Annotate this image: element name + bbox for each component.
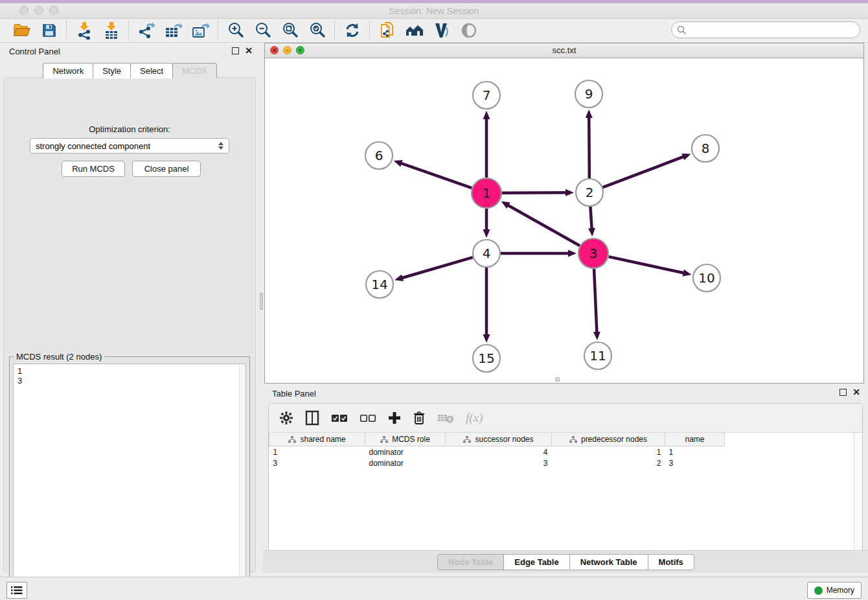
node-label-4: 4 (483, 246, 491, 261)
network-window-titlebar[interactable]: ✕ − + scc.txt (265, 43, 863, 58)
import-network-icon[interactable] (74, 21, 95, 40)
import-table-icon[interactable] (101, 21, 122, 40)
status-bar: Memory (0, 577, 868, 600)
float-table-panel-icon[interactable] (839, 389, 847, 396)
delete-icon[interactable] (413, 411, 426, 425)
panel-splitter-handle[interactable] (260, 293, 263, 310)
tab-network[interactable]: Network (43, 63, 93, 78)
refresh-icon[interactable] (342, 21, 363, 40)
edge-1-6[interactable] (400, 163, 472, 189)
close-panel-button[interactable]: Close panel (132, 161, 201, 177)
edge-arrowhead (683, 270, 692, 277)
edge-1-2[interactable] (502, 192, 567, 193)
sort-icon (569, 436, 577, 443)
tab-select[interactable]: Select (130, 63, 173, 78)
optimization-criterion-select[interactable]: strongly connected component (30, 138, 229, 154)
node-label-7: 7 (483, 87, 491, 103)
duplicate-network-icon[interactable] (377, 21, 398, 40)
table-cell[interactable]: dominator (365, 457, 446, 468)
add-icon[interactable] (388, 411, 401, 424)
tab-motifs[interactable]: Motifs (648, 554, 694, 570)
mcds-result-text[interactable]: 1 3 (13, 363, 246, 600)
vizmapper-icon[interactable] (431, 21, 452, 40)
optimization-criterion-label: Optimization criterion: (4, 124, 255, 134)
gear-icon[interactable] (279, 411, 293, 425)
table-cell[interactable]: 4 (446, 446, 552, 458)
edge-4-14[interactable] (402, 257, 473, 278)
export-network-icon[interactable] (136, 21, 157, 40)
column-header-MCDS-role[interactable]: MCDS role (365, 433, 446, 446)
node-label-15: 15 (478, 351, 494, 366)
edge-3-10[interactable] (608, 257, 684, 273)
edge-2-3[interactable] (590, 207, 591, 229)
titlebar: Session: New Session (0, 3, 868, 19)
close-table-panel-icon[interactable]: ✕ (852, 389, 860, 396)
table-cell[interactable]: 1 (665, 446, 725, 458)
search-field[interactable] (671, 21, 860, 38)
column-header-predecessor-nodes[interactable]: predecessor nodes (552, 433, 665, 446)
show-graphics-icon[interactable] (459, 21, 479, 40)
delete-table-icon[interactable] (437, 412, 454, 424)
close-panel-icon[interactable]: ✕ (245, 47, 253, 54)
edge-2-9[interactable] (589, 117, 589, 178)
table-cell[interactable]: 2 (552, 457, 665, 468)
table-scrollbar[interactable] (854, 433, 862, 551)
column-icon[interactable] (305, 410, 319, 426)
select-all-icon[interactable] (331, 414, 348, 422)
table-row[interactable]: 3dominator323 (269, 457, 725, 468)
table-cell[interactable]: 3 (269, 457, 365, 468)
table-header[interactable]: shared nameMCDS rolesuccessor nodesprede… (269, 433, 725, 446)
zoom-out-icon[interactable] (253, 21, 273, 40)
search-input[interactable] (690, 23, 860, 37)
table-cell[interactable]: dominator (365, 446, 446, 458)
table-cell[interactable]: 1 (269, 446, 365, 458)
edge-3-11[interactable] (594, 269, 597, 333)
edge-3-1[interactable] (507, 205, 580, 246)
result-scrollbar[interactable] (239, 364, 246, 600)
column-header-shared-name[interactable]: shared name (269, 433, 365, 446)
table-panel-title: Table Panel (272, 389, 316, 398)
edge-arrowhead (394, 274, 404, 281)
search-icon (677, 25, 687, 35)
control-panel: Control Panel ✕ NetworkStyleSelectMCDS O… (0, 43, 259, 573)
function-builder-icon: f(x) (466, 411, 483, 425)
tab-network-table[interactable]: Network Table (569, 554, 648, 570)
table-cell[interactable]: 1 (552, 446, 665, 458)
list-icon (11, 586, 23, 595)
open-session-icon[interactable] (12, 21, 32, 40)
column-header-name[interactable]: name (665, 433, 725, 446)
run-mcds-button[interactable]: Run MCDS (62, 161, 125, 177)
memory-button[interactable]: Memory (807, 582, 862, 599)
tab-edge-table[interactable]: Edge Table (503, 554, 569, 570)
canvas-scroll-handle[interactable] (555, 377, 560, 382)
table-body[interactable]: 1dominator4113dominator323 (269, 446, 725, 469)
network-overview-icon[interactable] (404, 21, 425, 40)
mcds-panel: Optimization criterion: strongly connect… (3, 77, 256, 572)
zoom-in-icon[interactable] (225, 21, 246, 40)
save-session-icon[interactable] (39, 21, 60, 40)
export-table-icon[interactable] (163, 21, 184, 40)
float-panel-icon[interactable] (232, 47, 239, 54)
edge-2-8[interactable] (603, 156, 685, 187)
tab-style[interactable]: Style (93, 63, 131, 78)
network-canvas[interactable]: 7968124314101511 (265, 58, 863, 383)
export-image-icon[interactable] (190, 21, 211, 40)
table-row[interactable]: 1dominator411 (269, 446, 725, 458)
select-stepper-icon (218, 142, 223, 150)
zoom-selected-icon[interactable] (307, 21, 328, 40)
edge-arrowhead (483, 229, 490, 238)
table-cell[interactable]: 3 (665, 457, 725, 468)
task-history-button[interactable] (6, 582, 27, 599)
unselect-all-icon[interactable] (360, 414, 376, 422)
memory-status-icon (814, 586, 823, 595)
node-label-11: 11 (589, 348, 606, 363)
edge-arrowhead (394, 160, 403, 167)
column-header-successor-nodes[interactable]: successor nodes (446, 433, 552, 446)
tab-mcds[interactable]: MCDS (172, 63, 216, 78)
table-toolbar: f(x) (269, 404, 862, 433)
node-label-1: 1 (483, 185, 491, 201)
zoom-fit-icon[interactable] (280, 21, 301, 40)
network-view-window: ✕ − + scc.txt 7968124314101511 (264, 43, 864, 384)
tab-node-table[interactable]: Node Table (437, 554, 504, 570)
table-cell[interactable]: 3 (446, 457, 552, 468)
